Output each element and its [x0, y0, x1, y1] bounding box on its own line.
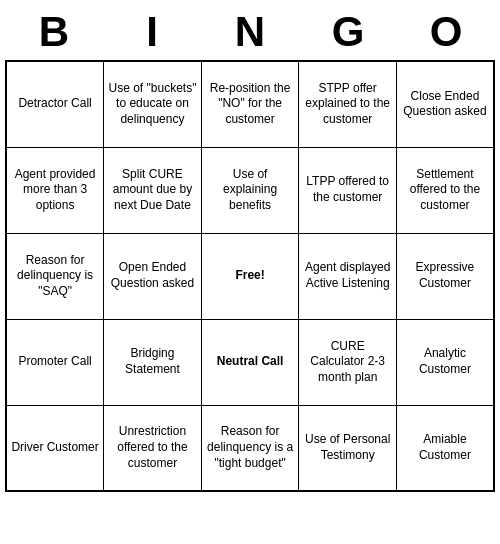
- cell-r0-c1[interactable]: Use of "buckets" to educate on delinquen…: [104, 61, 202, 147]
- cell-r3-c3[interactable]: CURE Calculator 2-3 month plan: [299, 319, 396, 405]
- bingo-header: B I N G O: [5, 0, 495, 60]
- cell-r3-c0[interactable]: Promoter Call: [6, 319, 104, 405]
- cell-r2-c4[interactable]: Expressive Customer: [396, 233, 494, 319]
- cell-r1-c2[interactable]: Use of explaining benefits: [201, 147, 299, 233]
- letter-g: G: [304, 8, 392, 56]
- cell-r0-c0[interactable]: Detractor Call: [6, 61, 104, 147]
- letter-b: B: [10, 8, 98, 56]
- cell-r4-c2[interactable]: Reason for delinquency is a "tight budge…: [201, 405, 299, 491]
- cell-r4-c3[interactable]: Use of Personal Testimony: [299, 405, 396, 491]
- cell-r1-c3[interactable]: LTPP offered to the customer: [299, 147, 396, 233]
- cell-r3-c2[interactable]: Neutral Call: [201, 319, 299, 405]
- cell-r2-c1[interactable]: Open Ended Question asked: [104, 233, 202, 319]
- letter-i: I: [108, 8, 196, 56]
- cell-r0-c4[interactable]: Close Ended Question asked: [396, 61, 494, 147]
- cell-r2-c2[interactable]: Free!: [201, 233, 299, 319]
- cell-r4-c0[interactable]: Driver Customer: [6, 405, 104, 491]
- cell-r3-c1[interactable]: Bridging Statement: [104, 319, 202, 405]
- cell-r0-c2[interactable]: Re-position the "NO" for the customer: [201, 61, 299, 147]
- cell-r2-c3[interactable]: Agent displayed Active Listening: [299, 233, 396, 319]
- cell-r4-c1[interactable]: Unrestriction offered to the customer: [104, 405, 202, 491]
- cell-r2-c0[interactable]: Reason for delinquency is "SAQ": [6, 233, 104, 319]
- cell-r1-c4[interactable]: Settlement offered to the customer: [396, 147, 494, 233]
- cell-r1-c1[interactable]: Split CURE amount due by next Due Date: [104, 147, 202, 233]
- bingo-grid: Detractor CallUse of "buckets" to educat…: [5, 60, 495, 492]
- letter-o: O: [402, 8, 490, 56]
- cell-r0-c3[interactable]: STPP offer explained to the customer: [299, 61, 396, 147]
- cell-r3-c4[interactable]: Analytic Customer: [396, 319, 494, 405]
- cell-r4-c4[interactable]: Amiable Customer: [396, 405, 494, 491]
- cell-r1-c0[interactable]: Agent provided more than 3 options: [6, 147, 104, 233]
- letter-n: N: [206, 8, 294, 56]
